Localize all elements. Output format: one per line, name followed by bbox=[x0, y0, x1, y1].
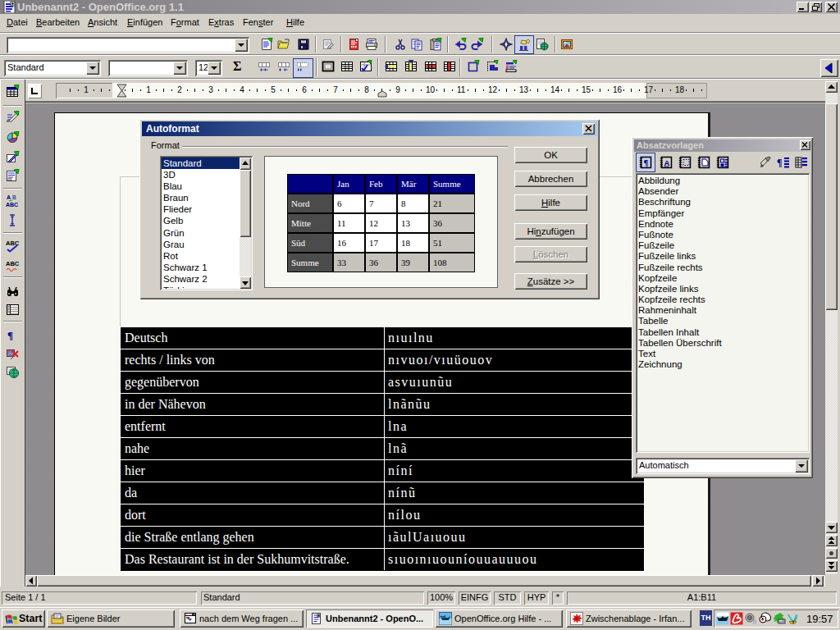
svg-text:ABC: ABC bbox=[6, 260, 20, 267]
svg-text:A: A bbox=[7, 194, 11, 200]
svg-text:¶: ¶ bbox=[7, 329, 13, 341]
svg-text:¶: ¶ bbox=[777, 157, 782, 168]
svg-text:B: B bbox=[12, 194, 16, 200]
svg-text:¶: ¶ bbox=[644, 158, 649, 167]
svg-text:A: A bbox=[664, 158, 670, 167]
svg-text:ABC: ABC bbox=[6, 202, 18, 208]
